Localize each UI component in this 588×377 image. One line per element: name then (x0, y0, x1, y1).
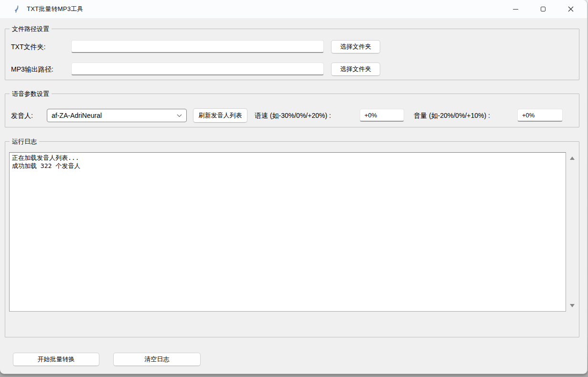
scroll-down-icon[interactable] (570, 304, 575, 307)
speaker-combobox[interactable]: af-ZA-AdriNeural (47, 109, 187, 122)
log-scrollbar[interactable] (568, 152, 576, 312)
run-log-group-title: 运行日志 (10, 137, 39, 146)
maximize-button[interactable] (529, 0, 557, 18)
rate-label: 语速 (如-30%/0%/+20%) : (255, 112, 331, 120)
window-title: TXT批量转MP3工具 (27, 5, 83, 13)
speaker-label: 发音人: (11, 112, 33, 120)
clear-log-button[interactable]: 清空日志 (113, 353, 201, 366)
close-button[interactable] (557, 0, 585, 18)
log-line: 正在加载发音人列表... (12, 154, 563, 162)
chevron-down-icon (177, 114, 182, 117)
refresh-speakers-button[interactable]: 刷新发音人列表 (193, 108, 247, 123)
mp3-output-browse-button[interactable]: 选择文件夹 (331, 63, 380, 76)
minimize-button[interactable] (502, 0, 529, 18)
file-paths-group-title: 文件路径设置 (10, 25, 52, 33)
scroll-up-icon[interactable] (570, 157, 575, 160)
txt-folder-input[interactable] (71, 40, 324, 53)
start-convert-button[interactable]: 开始批量转换 (13, 353, 99, 366)
volume-label: 音量 (如-20%/0%/+10%) : (414, 112, 490, 120)
close-icon (568, 6, 574, 12)
minimize-icon (513, 9, 518, 10)
volume-input[interactable] (517, 109, 563, 122)
python-feather-icon (13, 5, 20, 13)
log-textarea[interactable]: 正在加载发音人列表... 成功加载 322 个发音人 (9, 152, 566, 312)
titlebar[interactable]: TXT批量转MP3工具 (0, 0, 587, 18)
maximize-icon (541, 7, 545, 11)
voice-params-group: 语音参数设置 发音人: af-ZA-AdriNeural 刷新发音人列表 语速 … (5, 94, 579, 127)
window-controls (502, 0, 585, 18)
voice-params-group-title: 语音参数设置 (10, 90, 52, 98)
log-line: 成功加载 322 个发音人 (12, 162, 563, 170)
app-window: TXT批量转MP3工具 文件路径设置 TXT文件夹: 选择文件夹 (0, 0, 588, 374)
txt-folder-label: TXT文件夹: (11, 43, 45, 52)
run-log-group: 运行日志 正在加载发音人列表... 成功加载 322 个发音人 (5, 141, 579, 337)
mp3-output-label: MP3输出路径: (11, 65, 53, 74)
txt-folder-browse-button[interactable]: 选择文件夹 (331, 40, 380, 53)
desktop-background: TXT批量转MP3工具 文件路径设置 TXT文件夹: 选择文件夹 (0, 0, 588, 377)
file-paths-group: 文件路径设置 TXT文件夹: 选择文件夹 MP3输出路径: 选择文件夹 (5, 29, 579, 80)
mp3-output-input[interactable] (71, 63, 324, 75)
speaker-combobox-value: af-ZA-AdriNeural (52, 112, 102, 119)
rate-input[interactable] (360, 109, 404, 122)
